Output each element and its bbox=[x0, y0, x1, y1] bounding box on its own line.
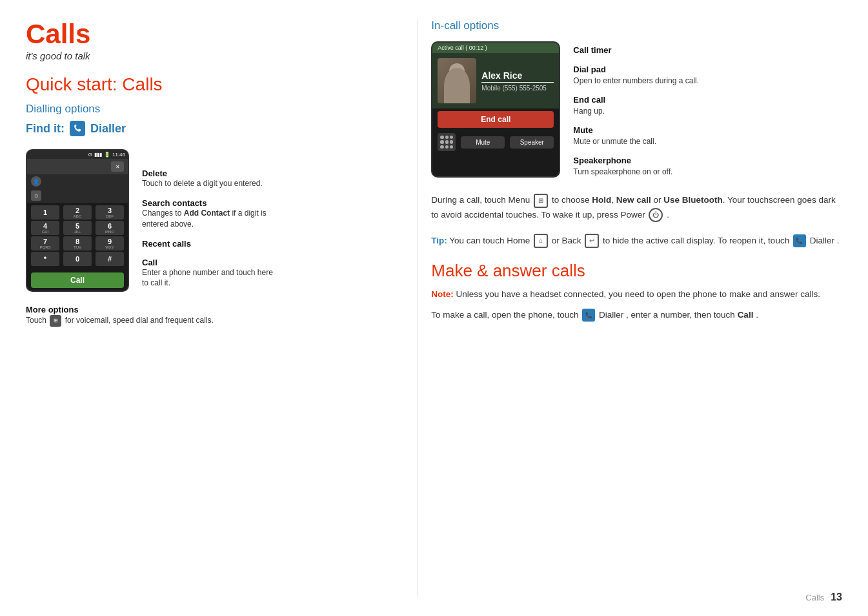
mute-ann-title: Mute bbox=[573, 125, 699, 136]
dp-dot-5 bbox=[445, 140, 449, 143]
speakerphone-ann-body: Turn speakerphone on or off. bbox=[573, 167, 699, 178]
time-display: 11:46 bbox=[112, 152, 125, 158]
key-3[interactable]: 3DEF bbox=[96, 205, 124, 220]
call-timer-ann-title: Call timer bbox=[573, 45, 699, 56]
key-1[interactable]: 1 bbox=[31, 205, 59, 220]
sc-bold: Add Contact bbox=[184, 209, 230, 218]
key-8[interactable]: 8TUV bbox=[63, 236, 92, 251]
key-5[interactable]: 5JKL bbox=[63, 221, 92, 235]
end-call-ann-title: End call bbox=[573, 94, 699, 106]
quick-start-heading: Quick start: Calls bbox=[26, 74, 392, 95]
key-hash[interactable]: # bbox=[96, 252, 124, 266]
dp-dot-6 bbox=[450, 140, 453, 143]
phone-status-bar: G ▮▮▮ 🔋 11:46 bbox=[27, 150, 128, 159]
more-options-title: More options bbox=[26, 305, 392, 314]
phone-icons-row: ⊙ bbox=[27, 189, 128, 203]
tip-text-prefix: You can touch Home bbox=[449, 236, 532, 245]
more-options-section: More options Touch ⊞ for voicemail, spee… bbox=[26, 305, 392, 327]
sc-prefix: Changes to bbox=[142, 209, 184, 218]
note-section: Note: Unless you have a headset connecte… bbox=[431, 287, 842, 302]
delete-button[interactable]: ✕ bbox=[111, 161, 124, 172]
key-4[interactable]: 4GHI bbox=[31, 221, 59, 235]
find-it-label: Find it: bbox=[26, 122, 65, 136]
note-text: Unless you have a headset connected, you… bbox=[456, 289, 820, 299]
dp-dot-8 bbox=[445, 145, 449, 149]
tip-mid: or Back bbox=[552, 236, 584, 245]
battery-icon: 🔋 bbox=[104, 152, 110, 158]
search-contacts-ann-title: Search contacts bbox=[142, 198, 278, 208]
dialler-icon-tip: 📞 bbox=[793, 234, 806, 247]
key-9[interactable]: 9WXY bbox=[96, 236, 124, 251]
mo-suffix: for voicemail, speed dial and frequent c… bbox=[65, 316, 214, 325]
key-7[interactable]: 7PQRS bbox=[31, 236, 59, 251]
new-call-bold: New call bbox=[616, 195, 651, 205]
footer-page: 13 bbox=[831, 591, 842, 603]
during-call-section: During a call, touch Menu ⊞ to choose Ho… bbox=[431, 193, 842, 222]
search-contacts-ann-body: Changes to Add Contact if a digit is ent… bbox=[142, 208, 278, 230]
dp-dot-4 bbox=[440, 140, 443, 143]
dialling-options-heading: Dialling options bbox=[26, 103, 392, 116]
key-6[interactable]: 6MNO bbox=[96, 221, 124, 235]
key-0[interactable]: 0 bbox=[63, 252, 92, 266]
left-column: Calls it's good to talk Quick start: Cal… bbox=[26, 19, 411, 597]
make-call-prefix: To make a call, open the phone, touch bbox=[431, 310, 581, 320]
back-icon: ↩ bbox=[585, 234, 599, 248]
in-call-options-heading: In-call options bbox=[431, 19, 842, 32]
signal-icon: ▮▮▮ bbox=[94, 152, 102, 158]
call-ann-body: Enter a phone number and touch here to c… bbox=[142, 267, 278, 289]
phone-keypad: 1 2ABC 3DEF 4GHI 5JKL 6MNO 7PQRS 8TUV 9W… bbox=[27, 203, 128, 270]
incall-annotations: Call timer Dial pad Open to enter number… bbox=[573, 41, 699, 178]
tip-section: Tip: You can touch Home ⌂ or Back ↩ to h… bbox=[431, 234, 842, 248]
end-call-ann: End call Hang up. bbox=[573, 94, 699, 117]
make-call-section: To make a call, open the phone, touch 📞 … bbox=[431, 308, 842, 322]
menu-icon: ⊞ bbox=[50, 315, 61, 327]
recent-calls-icon: ⊙ bbox=[31, 190, 41, 201]
home-icon: ⌂ bbox=[534, 234, 548, 248]
mute-ann: Mute Mute or unmute the call. bbox=[573, 125, 699, 147]
contact-number: Mobile (555) 555-2505 bbox=[481, 85, 554, 92]
end-call-button[interactable]: End call bbox=[438, 111, 554, 128]
recent-calls-annotation: Recent calls bbox=[142, 239, 278, 249]
dial-pad-ann: Dial pad Open to enter numbers during a … bbox=[573, 64, 699, 87]
contact-photo-silhouette bbox=[444, 68, 470, 103]
footer-label: Calls bbox=[805, 593, 824, 602]
contact-info: Alex Rice Mobile (555) 555-2505 bbox=[481, 70, 554, 92]
keypad-row-1: 1 2ABC 3DEF bbox=[31, 205, 124, 220]
tip-label: Tip: bbox=[431, 236, 447, 245]
dc-prefix: During a call, touch Menu bbox=[431, 195, 532, 205]
incall-bottom-row: Mute Speaker bbox=[432, 130, 559, 154]
column-divider bbox=[418, 19, 418, 597]
call-button[interactable]: Call bbox=[31, 272, 124, 288]
mo-prefix: Touch bbox=[26, 316, 48, 325]
power-icon: ⏻ bbox=[649, 208, 663, 222]
search-contacts-icon: 👤 bbox=[31, 176, 41, 187]
search-contacts-annotation: Search contacts Changes to Add Contact i… bbox=[142, 198, 278, 230]
status-bar-text: G bbox=[88, 152, 92, 158]
speakerphone-ann-title: Speakerphone bbox=[573, 155, 699, 167]
mute-button[interactable]: Mute bbox=[461, 136, 505, 149]
page-title: Calls bbox=[26, 19, 392, 49]
dp-dot-1 bbox=[440, 136, 443, 139]
call-timer-ann: Call timer bbox=[573, 45, 699, 56]
incall-contact-area: Alex Rice Mobile (555) 555-2505 bbox=[432, 53, 559, 108]
active-call-label: Active call ( 00:12 ) bbox=[438, 45, 487, 51]
phone-mockup: G ▮▮▮ 🔋 11:46 ✕ 👤 ⊙ bbox=[26, 149, 129, 292]
end-call-ann-body: Hang up. bbox=[573, 106, 699, 117]
page-container: Calls it's good to talk Quick start: Cal… bbox=[0, 0, 868, 616]
find-it-dialler-label: Dialler bbox=[90, 122, 126, 136]
make-call-bold: Call bbox=[738, 310, 754, 320]
key-star[interactable]: * bbox=[31, 252, 59, 266]
annotations-area: Delete Touch to delete a digit you enter… bbox=[129, 169, 278, 292]
find-it-row: Find it: Dialler bbox=[26, 121, 392, 136]
delete-annotation: Delete Touch to delete a digit you enter… bbox=[142, 169, 278, 189]
speaker-button[interactable]: Speaker bbox=[510, 136, 554, 149]
incall-phone-mockup: Active call ( 00:12 ) Alex Rice Mobile (… bbox=[431, 41, 560, 178]
key-2[interactable]: 2ABC bbox=[63, 205, 92, 220]
keypad-row-3: 7PQRS 8TUV 9WXY bbox=[31, 236, 124, 251]
make-call-suffix: , enter a number, then touch bbox=[626, 310, 738, 320]
keypad-row-4: * 0 # bbox=[31, 252, 124, 266]
call-annotation: Call Enter a phone number and touch here… bbox=[142, 258, 278, 289]
phone-input-field bbox=[31, 163, 111, 170]
page-subtitle: it's good to talk bbox=[26, 50, 392, 61]
make-answer-heading: Make & answer calls bbox=[431, 261, 842, 281]
